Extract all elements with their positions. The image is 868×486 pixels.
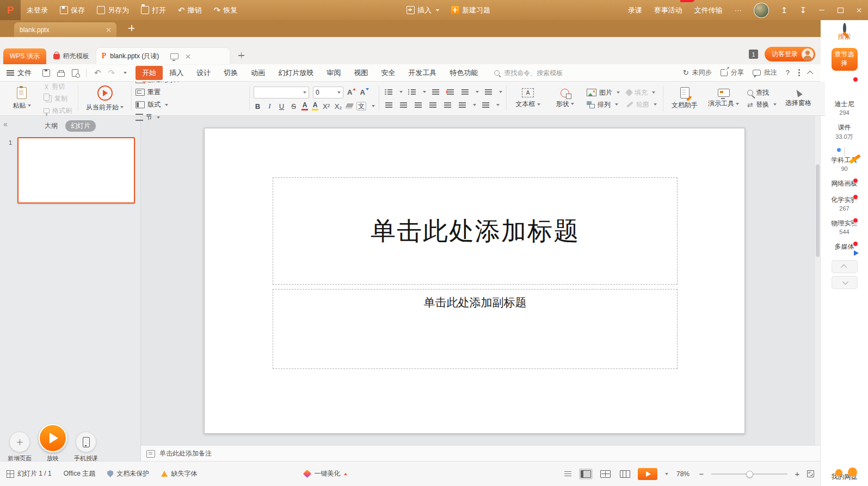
undo-button[interactable]: 撤销	[172, 0, 208, 20]
new-file-tab-button[interactable]	[128, 23, 134, 33]
font-family-select[interactable]	[254, 87, 309, 99]
quick-save-icon[interactable]	[42, 69, 50, 77]
tab-outline[interactable]: 大纲	[45, 121, 58, 131]
font-color-button[interactable]: A	[301, 102, 308, 111]
tab-view[interactable]: 视图	[347, 66, 374, 80]
copy-button[interactable]: 复制	[41, 94, 74, 104]
row-spacing-button[interactable]	[457, 100, 467, 110]
justify-button[interactable]	[427, 100, 438, 110]
sidebar-item-subject-tools[interactable]: 学科工具 90	[821, 148, 868, 172]
login-status-button[interactable]: 未登录	[21, 0, 54, 20]
tab-docer-templates[interactable]: 稻壳模板	[46, 48, 96, 64]
distribute-button[interactable]	[442, 100, 453, 110]
tab-slideshow[interactable]: 幻灯片放映	[272, 66, 320, 80]
align-left-button[interactable]	[383, 100, 394, 110]
decrease-indent-button[interactable]	[430, 87, 441, 97]
command-search[interactable]	[494, 69, 581, 77]
file-tab[interactable]: blank.pptx	[14, 22, 116, 37]
close-button[interactable]	[849, 0, 868, 20]
slide-thumbnail-selected[interactable]	[17, 137, 135, 204]
sidebar-item-chemistry-lab[interactable]: 化学实验 267	[821, 195, 868, 212]
scroll-up-button[interactable]	[832, 260, 858, 273]
highlight-color-button[interactable]: A	[312, 102, 318, 111]
layout-button[interactable]: 版式	[133, 100, 192, 110]
chapter-select-button[interactable]: 章节选择	[832, 48, 858, 71]
file-tab-close-icon[interactable]	[106, 27, 111, 32]
sidebar-item-multimedia[interactable]: 多媒体	[821, 242, 868, 251]
one-click-beautify-button[interactable]: 一键美化	[304, 469, 347, 478]
my-cloud-drive-button[interactable]: 我的网盘	[821, 472, 868, 482]
tab-slides[interactable]: 幻灯片	[65, 120, 96, 132]
record-lesson-button[interactable]: 录课	[622, 0, 648, 20]
wps-main-menu-button[interactable]: WPS 演示	[3, 48, 46, 64]
sidebar-search-button[interactable]: 搜索	[821, 20, 868, 41]
arrange-button[interactable]: 排列	[584, 100, 622, 110]
numbered-list-button[interactable]	[407, 87, 417, 97]
italic-button[interactable]: I	[266, 102, 274, 110]
scroll-down-button[interactable]	[832, 276, 858, 289]
new-document-tab-button[interactable]	[238, 52, 244, 60]
file-transfer-button[interactable]: 文件传输	[688, 0, 729, 20]
tab-design[interactable]: 设计	[190, 66, 217, 80]
section-button[interactable]: 节	[133, 112, 192, 122]
print-icon[interactable]	[57, 72, 65, 77]
cut-button[interactable]: 剪切	[41, 82, 74, 92]
protection-status[interactable]: 文档未保护	[107, 469, 149, 478]
notes-bar[interactable]: 单击此处添加备注	[141, 445, 826, 462]
tab-security[interactable]: 安全	[374, 66, 402, 80]
line-spacing-button[interactable]	[459, 87, 470, 97]
find-button[interactable]: 查找	[745, 88, 779, 98]
app-logo[interactable]: P	[0, 0, 21, 20]
bold-button[interactable]: B	[254, 102, 262, 110]
zoom-slider[interactable]	[711, 473, 787, 475]
save-as-button[interactable]: 另存为	[91, 0, 135, 20]
phone-teaching-button[interactable]: 手机授课	[74, 432, 98, 463]
share-button[interactable]: 分享	[721, 68, 744, 77]
play-options-chevron-icon[interactable]	[665, 473, 668, 475]
new-exercise-button[interactable]: 新建习题	[445, 0, 496, 20]
add-page-circle[interactable]	[9, 432, 30, 452]
tab-document-active[interactable]: P blank.pptx (只读)	[96, 48, 230, 64]
normal-view-button[interactable]	[579, 469, 593, 479]
textbox-button[interactable]: 文本框	[510, 82, 545, 115]
user-avatar[interactable]	[748, 0, 775, 20]
insert-menu-button[interactable]: 插入	[401, 0, 445, 20]
maximize-button[interactable]	[831, 0, 849, 20]
tab-developer[interactable]: 开发工具	[402, 66, 443, 80]
print-preview-icon[interactable]	[72, 69, 78, 77]
undo-history-chevron-icon[interactable]	[124, 72, 127, 74]
play-icon[interactable]	[39, 424, 67, 452]
title-placeholder[interactable]: 单击此处添加标题	[273, 177, 678, 285]
zoom-in-button[interactable]: +	[793, 469, 801, 478]
decrease-font-button[interactable]: A	[360, 88, 368, 96]
picture-button[interactable]: 图片	[584, 88, 622, 98]
more-menu-button[interactable]: ···	[729, 0, 748, 20]
increase-indent-button[interactable]	[445, 87, 455, 97]
phone-circle[interactable]	[76, 432, 96, 452]
collapse-panel-button[interactable]: «	[3, 120, 8, 128]
file-menu-button[interactable]: 文件	[0, 68, 38, 78]
reading-view-button[interactable]	[618, 469, 632, 479]
guest-login-button[interactable]: 访客登录	[765, 47, 815, 61]
bullet-list-button[interactable]	[383, 87, 394, 97]
increase-font-button[interactable]: A	[347, 88, 356, 96]
reset-slide-button[interactable]: 重置	[133, 87, 192, 97]
fill-button[interactable]: 填充	[624, 88, 659, 98]
tab-review[interactable]: 审阅	[320, 66, 347, 80]
present-button[interactable]: 放映	[39, 424, 67, 463]
clear-format-icon[interactable]	[345, 103, 354, 109]
sync-status-button[interactable]: 未同步	[683, 68, 712, 77]
add-page-button[interactable]: 新增页面	[8, 432, 32, 463]
collapse-ribbon-icon[interactable]	[807, 70, 813, 76]
zoom-slider-handle[interactable]	[746, 471, 753, 478]
slide-canvas[interactable]: 单击此处添加标题 单击此处添加副标题	[204, 128, 745, 434]
play-slideshow-button[interactable]	[638, 468, 657, 480]
align-right-button[interactable]	[413, 100, 423, 110]
sidebar-item-disney[interactable]: 迪士尼 294	[821, 78, 868, 116]
slide-sorter-view-button[interactable]	[599, 469, 612, 479]
present-on-monitor-icon[interactable]	[170, 53, 178, 59]
shapes-button[interactable]: 形状	[547, 82, 582, 115]
upload-button[interactable]	[775, 0, 794, 20]
outline-button[interactable]: 轮廓	[624, 100, 659, 110]
text-tool-button[interactable]: 文	[356, 102, 366, 110]
